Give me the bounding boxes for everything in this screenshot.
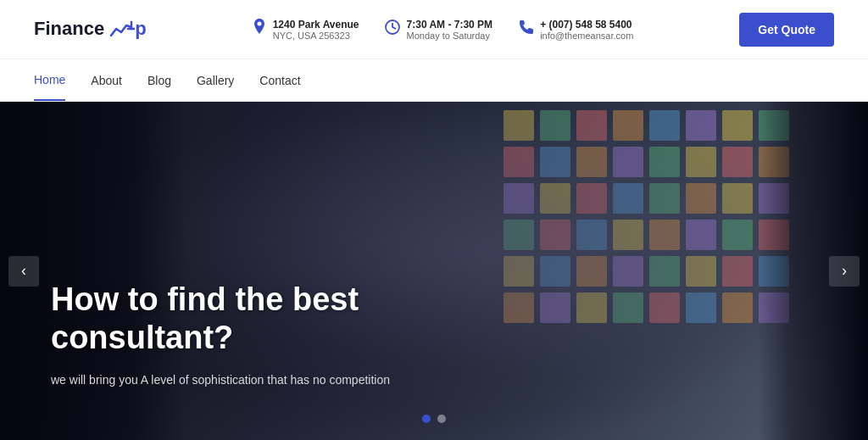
nav-bar: Home About Blog Gallery Contact bbox=[0, 59, 868, 102]
phone-line2: info@themeansar.com bbox=[540, 31, 633, 41]
hero-content: How to find the best consultant? we will… bbox=[51, 281, 432, 389]
hero-title: How to find the best consultant? bbox=[51, 281, 432, 358]
hours-text: 7:30 AM - 7:30 PM Monday to Saturday bbox=[407, 19, 493, 41]
address-line1: 1240 Park Avenue bbox=[273, 19, 359, 31]
phone-text: + (007) 548 58 5400 info@themeansar.com bbox=[540, 19, 633, 41]
hours-line2: Monday to Saturday bbox=[407, 31, 493, 41]
logo-chart-icon bbox=[109, 20, 135, 41]
nav-item-about[interactable]: About bbox=[91, 61, 122, 100]
hours-item: 7:30 AM - 7:30 PM Monday to Saturday bbox=[385, 19, 493, 41]
hero-dot-1[interactable] bbox=[422, 415, 431, 423]
get-quote-button[interactable]: Get Quote bbox=[739, 13, 834, 47]
address-item: 1240 Park Avenue NYC, USA 256323 bbox=[253, 19, 359, 41]
hero-section: How to find the best consultant? we will… bbox=[0, 102, 868, 440]
hours-line1: 7:30 AM - 7:30 PM bbox=[407, 19, 493, 31]
phone-svg bbox=[518, 19, 533, 35]
phone-icon bbox=[518, 19, 533, 39]
hero-next-button[interactable]: › bbox=[829, 256, 860, 287]
hero-dots bbox=[422, 415, 446, 423]
nav-item-home[interactable]: Home bbox=[34, 60, 65, 101]
clock-svg bbox=[385, 19, 400, 35]
hero-dot-2[interactable] bbox=[437, 415, 446, 423]
hero-prev-button[interactable]: ‹ bbox=[8, 256, 39, 287]
hero-subtitle: we will bring you A level of sophisticat… bbox=[51, 371, 432, 389]
clock-icon bbox=[385, 19, 400, 39]
nav-item-gallery[interactable]: Gallery bbox=[197, 61, 234, 100]
nav-item-contact[interactable]: Contact bbox=[259, 61, 300, 100]
phone-item: + (007) 548 58 5400 info@themeansar.com bbox=[518, 19, 633, 41]
location-svg bbox=[253, 19, 266, 36]
top-info: 1240 Park Avenue NYC, USA 256323 7:30 AM… bbox=[147, 19, 740, 41]
location-icon bbox=[253, 19, 266, 40]
phone-line1: + (007) 548 58 5400 bbox=[540, 19, 633, 31]
top-bar: Finance p 1240 Park Avenue NYC, USA 2563… bbox=[0, 0, 868, 59]
address-line2: NYC, USA 256323 bbox=[273, 31, 359, 41]
address-text: 1240 Park Avenue NYC, USA 256323 bbox=[273, 19, 359, 41]
nav-item-blog[interactable]: Blog bbox=[147, 61, 171, 100]
logo: Finance p bbox=[34, 18, 147, 40]
logo-text: Finance p bbox=[34, 18, 147, 40]
logo-accent: p bbox=[104, 18, 147, 39]
